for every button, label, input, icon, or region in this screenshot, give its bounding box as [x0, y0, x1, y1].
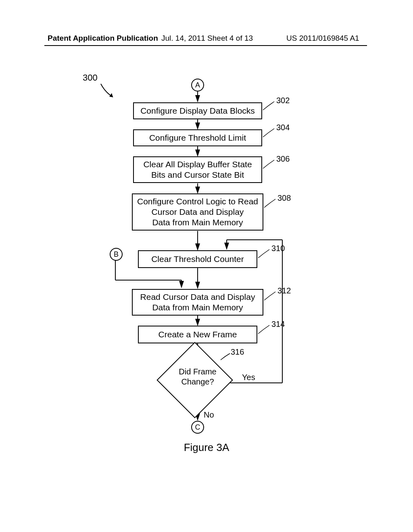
step-312-text: Read Cursor Data and Display Data from M…	[140, 292, 255, 313]
ref-306: 306	[276, 154, 290, 164]
connector-b-label: B	[114, 250, 119, 258]
edge-no: No	[204, 410, 214, 420]
connector-c-label: C	[195, 423, 200, 431]
connector-a-label: A	[195, 81, 200, 89]
step-308: Configure Control Logic to Read Cursor D…	[132, 193, 263, 231]
figure-label: Figure 3A	[0, 441, 413, 454]
step-308-text: Configure Control Logic to Read Cursor D…	[137, 196, 258, 228]
step-304-text: Configure Threshold Limit	[149, 133, 246, 143]
step-302: Configure Display Data Blocks	[133, 102, 262, 119]
ref-310: 310	[271, 244, 285, 253]
step-302-text: Configure Display Data Blocks	[140, 106, 255, 116]
step-306-text: Clear All Display Buffer State Bits and …	[143, 159, 252, 181]
step-304: Configure Threshold Limit	[133, 129, 262, 146]
ref-308: 308	[277, 193, 291, 203]
decision-316-text: Did Frame Change?	[167, 367, 228, 387]
header-rule	[44, 45, 367, 46]
ref-300-arrow-icon	[99, 82, 119, 102]
ref-314: 314	[271, 320, 285, 329]
step-310-text: Clear Threshold Counter	[151, 254, 244, 264]
step-314: Create a New Frame	[138, 326, 257, 343]
step-314-text: Create a New Frame	[159, 329, 237, 340]
ref-312: 312	[277, 286, 291, 295]
connector-a: A	[191, 79, 204, 91]
connector-b: B	[110, 248, 123, 261]
header-pubnum: US 2011/0169845 A1	[286, 34, 359, 43]
page: Patent Application Publication Jul. 14, …	[0, 0, 413, 532]
ref-304: 304	[276, 123, 290, 132]
step-306: Clear All Display Buffer State Bits and …	[133, 156, 262, 183]
step-312: Read Cursor Data and Display Data from M…	[132, 289, 263, 316]
ref-316: 316	[231, 347, 244, 357]
step-310: Clear Threshold Counter	[138, 250, 257, 268]
header-date-sheet: Jul. 14, 2011 Sheet 4 of 13	[161, 34, 253, 43]
edge-yes: Yes	[242, 373, 255, 382]
header-title: Patent Application Publication	[48, 34, 158, 43]
connector-c: C	[191, 421, 204, 434]
ref-302: 302	[276, 96, 290, 105]
ref-300-label: 300	[83, 73, 98, 83]
